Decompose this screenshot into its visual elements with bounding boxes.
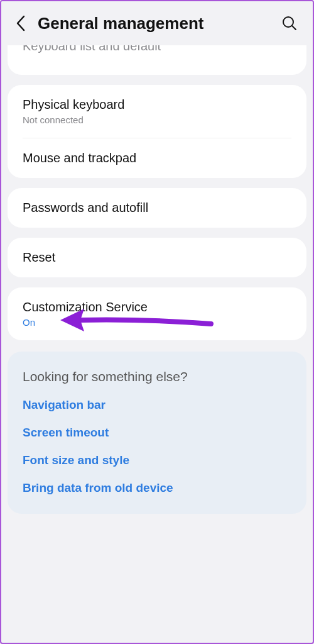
row-mouse-trackpad[interactable]: Mouse and trackpad: [8, 138, 306, 178]
row-keyboard-list[interactable]: Keyboard list and default: [8, 45, 306, 75]
link-font-size-style[interactable]: Font size and style: [23, 453, 291, 467]
info-card: Looking for something else? Navigation b…: [8, 352, 306, 514]
back-button[interactable]: [10, 13, 31, 34]
search-icon: [281, 15, 298, 31]
link-bring-data[interactable]: Bring data from old device: [23, 481, 291, 495]
row-label: Keyboard list and default: [23, 45, 161, 53]
svg-line-1: [292, 26, 296, 30]
row-customization-service[interactable]: Customization Service On: [8, 287, 306, 340]
row-passwords-autofill[interactable]: Passwords and autofill: [8, 188, 306, 228]
link-screen-timeout[interactable]: Screen timeout: [23, 426, 291, 440]
card-input-devices: Physical keyboard Not connected Mouse an…: [8, 85, 306, 178]
chevron-left-icon: [15, 14, 26, 32]
card-passwords: Passwords and autofill: [8, 188, 306, 228]
card-reset: Reset: [8, 238, 306, 277]
card-truncated: Keyboard list and default: [8, 45, 306, 75]
link-navigation-bar[interactable]: Navigation bar: [23, 398, 291, 412]
row-label: Mouse and trackpad: [23, 151, 291, 165]
row-label: Reset: [23, 250, 291, 265]
row-reset[interactable]: Reset: [8, 238, 306, 277]
row-physical-keyboard[interactable]: Physical keyboard Not connected: [8, 85, 306, 138]
card-customization: Customization Service On: [8, 287, 306, 340]
row-label: Passwords and autofill: [23, 201, 291, 215]
info-heading: Looking for something else?: [23, 369, 291, 384]
header: General management: [1, 1, 313, 45]
row-label: Physical keyboard: [23, 97, 291, 112]
search-button[interactable]: [279, 13, 300, 34]
row-sublabel: On: [23, 317, 291, 328]
row-sublabel: Not connected: [23, 114, 291, 125]
row-label: Customization Service: [23, 300, 291, 314]
page-title: General management: [38, 14, 279, 33]
